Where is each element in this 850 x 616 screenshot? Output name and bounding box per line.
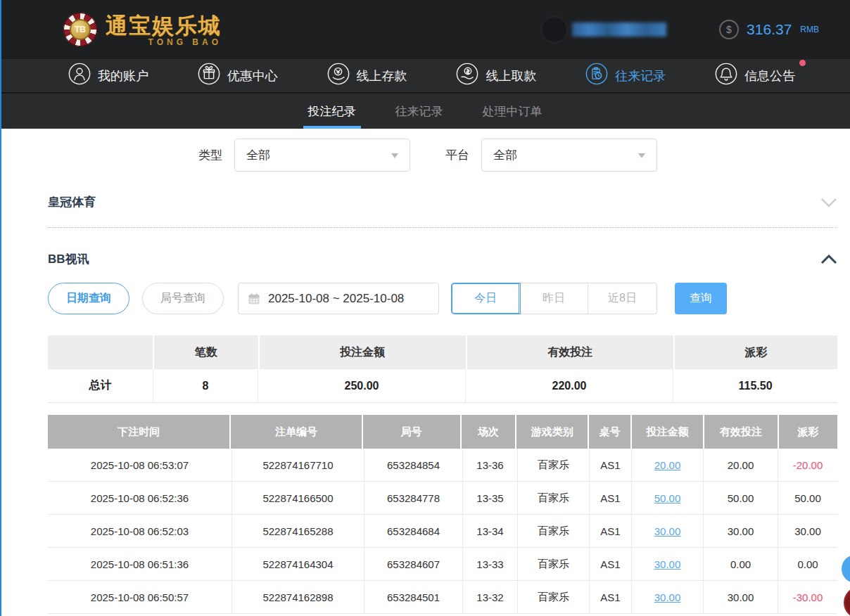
bet-amount-link[interactable]: 20.00 <box>654 459 681 471</box>
table-cell: 20.00 <box>704 449 778 481</box>
table-cell: 2025-10-08 06:51:36 <box>48 548 232 580</box>
cell-value: 百家乐 <box>538 492 569 505</box>
payout-value: 30.00 <box>794 525 821 537</box>
chip-label: TB <box>70 19 91 40</box>
user-account[interactable] <box>541 16 666 43</box>
table-cell: -20.00 <box>778 449 837 481</box>
cell-value: 522874162898 <box>262 591 333 603</box>
section-crown-sports[interactable]: 皇冠体育 <box>48 194 837 210</box>
nav-item[interactable]: 线上存款 <box>326 62 407 89</box>
cell-value: AS1 <box>600 558 620 570</box>
table-cell: 13-35 <box>463 482 518 514</box>
tab[interactable]: 往来记录 <box>395 94 443 129</box>
nav-item[interactable]: 线上取款 <box>455 62 536 89</box>
table-cell: 653284501 <box>364 581 463 613</box>
bets-table: 下注时间注单编号局号场次游戏类别桌号投注金额有效投注派彩 2025-10-08 … <box>48 415 837 614</box>
table-cell: 2025-10-08 06:53:07 <box>48 449 232 481</box>
payout-value: 0.00 <box>797 558 818 570</box>
table-row: 2025-10-08 06:53:07522874167710653284854… <box>48 449 837 482</box>
cell-value: 522874167710 <box>262 459 333 471</box>
date-range-input[interactable]: 2025-10-08 ~ 2025-10-08 <box>238 283 439 314</box>
nav-item-label: 优惠中心 <box>227 68 278 84</box>
table-cell: 30.00 <box>704 515 778 547</box>
table-cell: 百家乐 <box>518 581 590 613</box>
table-row: 2025-10-08 06:52:03522874165288653284684… <box>48 515 837 548</box>
casino-chip-icon: TB <box>63 13 97 46</box>
summary-col-header: 有效投注 <box>467 335 673 369</box>
summary-cell: 总计 <box>48 369 153 402</box>
table-cell: 522874162898 <box>232 581 364 613</box>
bet-amount-link[interactable]: 30.00 <box>654 525 681 537</box>
cell-value: 653284607 <box>387 558 440 570</box>
tab[interactable]: 处理中订单 <box>483 94 543 129</box>
bet-amount-link[interactable]: 30.00 <box>654 558 681 570</box>
bet-amount-link[interactable]: 30.00 <box>654 591 681 603</box>
section-bb-video[interactable]: BB视讯 <box>48 251 837 267</box>
nav-item[interactable]: 我的账户 <box>68 62 148 89</box>
summary-col-header: 笔数 <box>154 335 258 369</box>
quick-date-button[interactable]: 昨日 <box>520 283 588 314</box>
nav-item-label: 往来记录 <box>615 68 666 84</box>
table-cell: AS1 <box>590 449 632 481</box>
table-cell: 2025-10-08 06:52:03 <box>48 515 232 547</box>
table-cell: 2025-10-08 06:52:36 <box>48 482 232 514</box>
table-cell: AS1 <box>590 482 632 514</box>
chevron-up-icon <box>820 255 837 264</box>
table-cell: 653284607 <box>364 548 463 580</box>
cell-value: 653284684 <box>387 525 440 537</box>
cell-value: AS1 <box>600 525 620 537</box>
cell-value: AS1 <box>600 459 620 471</box>
table-cell: 653284854 <box>364 449 463 481</box>
summary-cell: 115.50 <box>673 369 837 402</box>
bet-amount-link[interactable]: 50.00 <box>654 492 681 504</box>
cell-value: 20.00 <box>728 459 754 471</box>
cell-value: 30.00 <box>728 591 754 603</box>
cell-value: 0.00 <box>730 558 751 570</box>
type-select[interactable]: 全部 <box>234 139 410 172</box>
table-cell: 30.00 <box>778 515 837 547</box>
table-cell: 20.00 <box>632 449 704 481</box>
table-cell: 30.00 <box>632 581 704 613</box>
table-cell: 13-33 <box>463 548 518 580</box>
summary-col-header: 派彩 <box>675 335 837 369</box>
nav-item[interactable]: 往来记录 <box>585 62 666 89</box>
table-cell: 50.00 <box>778 482 837 514</box>
platform-select[interactable]: 全部 <box>481 139 657 172</box>
nav-item-label: 线上存款 <box>357 68 407 84</box>
cell-value: 13-33 <box>476 558 503 570</box>
quick-date-button[interactable]: 近8日 <box>588 283 656 314</box>
nav-item[interactable]: 优惠中心 <box>197 62 278 89</box>
cell-value: AS1 <box>600 591 620 603</box>
balance-display[interactable]: $ 316.37 RMB <box>718 19 819 40</box>
brand-subtitle: TONG BAO <box>148 37 222 47</box>
payout-value: -30.00 <box>793 591 823 603</box>
summary-cell: 220.00 <box>466 369 673 402</box>
nav-item[interactable]: 信息公告 <box>714 62 795 89</box>
payout-value: -20.00 <box>793 459 823 471</box>
top-banner: TB 通宝娱乐城 TONG BAO $ 316.37 RMB <box>0 0 850 59</box>
svg-text:$: $ <box>726 24 732 35</box>
date-query-button[interactable]: 日期查询 <box>48 283 129 314</box>
main-nav: 我的账户优惠中心线上存款线上取款往来记录信息公告 <box>0 59 850 94</box>
table-cell: 13-34 <box>463 515 518 547</box>
cell-value: 522874164304 <box>262 558 333 570</box>
cell-value: 13-36 <box>476 459 503 471</box>
cell-value: 522874165288 <box>262 525 333 537</box>
search-button[interactable]: 查询 <box>675 283 727 314</box>
withdraw-icon <box>455 62 479 89</box>
summary-total-row: 总计8250.00220.00115.50 <box>48 369 837 403</box>
deposit-icon <box>326 62 350 89</box>
cell-value: 2025-10-08 06:52:03 <box>91 525 189 537</box>
chevron-down-icon <box>638 153 645 162</box>
window-left-edge <box>0 0 1 616</box>
balance-currency: RMB <box>800 25 819 34</box>
round-query-button[interactable]: 局号查询 <box>142 283 224 314</box>
brand-logo[interactable]: TB 通宝娱乐城 TONG BAO <box>63 13 222 46</box>
quick-date-button[interactable]: 今日 <box>452 283 520 314</box>
query-controls: 日期查询 局号查询 2025-10-08 ~ 2025-10-08 今日昨日近8… <box>48 283 837 314</box>
cell-value: AS1 <box>600 492 620 504</box>
table-row: 2025-10-08 06:51:36522874164304653284607… <box>48 548 837 581</box>
platform-select-value: 全部 <box>493 147 517 163</box>
tab[interactable]: 投注纪录 <box>308 94 356 129</box>
table-cell: 百家乐 <box>518 515 590 547</box>
